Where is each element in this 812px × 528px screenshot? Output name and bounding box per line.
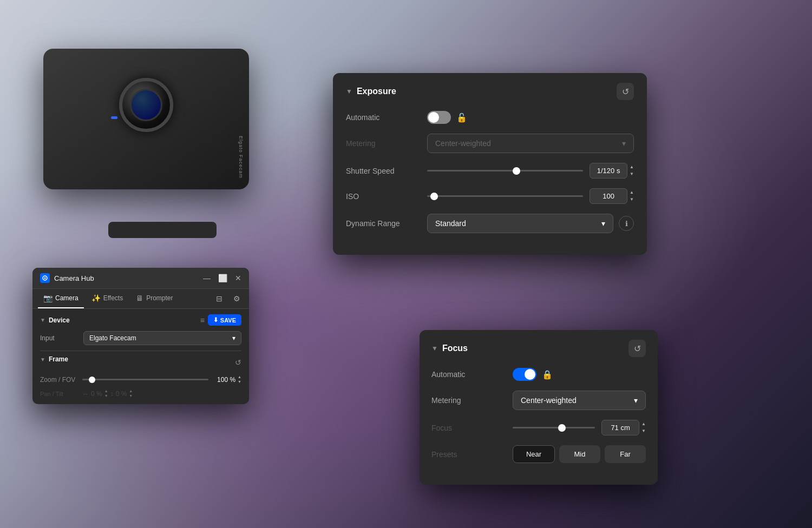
pan-increment-button[interactable]: ▲ (104, 389, 108, 393)
preset-mid-button[interactable]: Mid (559, 445, 600, 463)
iso-decrement-button[interactable]: ▼ (630, 197, 634, 202)
focus-slider-thumb[interactable] (558, 424, 566, 432)
focus-slider-wrap (513, 427, 595, 428)
tilt-decrement-button[interactable]: ▼ (129, 394, 133, 398)
pan-decrement-button[interactable]: ▼ (104, 394, 108, 398)
focus-title: ▼ Focus (431, 344, 468, 353)
focus-reset-button[interactable]: ↺ (628, 340, 646, 357)
tilt-stepper: ▲ ▼ (129, 389, 133, 399)
frame-section-actions: ↺ (235, 358, 241, 367)
focus-metering-label: Metering (431, 396, 513, 405)
exposure-automatic-row: Automatic 🔓 (346, 111, 634, 124)
automatic-toggle[interactable] (427, 111, 451, 124)
automatic-label: Automatic (346, 113, 427, 122)
camera-tab-icon: 📷 (43, 294, 53, 302)
exposure-reset-button[interactable]: ↺ (617, 83, 634, 100)
frame-section-header: ▼ Frame ↺ (40, 355, 241, 369)
tab-action-area: ⊟ ⚙ (212, 292, 244, 306)
shutter-speed-stepper: ▲ ▼ (630, 164, 634, 177)
focus-increment-button[interactable]: ▲ (641, 421, 646, 427)
lock-icon: 🔓 (456, 113, 467, 123)
iso-label: ISO (346, 192, 427, 201)
iso-value-box: 100 ▲ ▼ (590, 188, 634, 204)
prompter-tab-label: Prompter (146, 294, 173, 302)
metering-dropdown: Center-weighted ▾ (427, 134, 634, 153)
zoom-slider[interactable] (82, 379, 208, 380)
zoom-increment-button[interactable]: ▲ (238, 375, 241, 379)
maximize-button[interactable]: ⬜ (218, 274, 227, 282)
frame-section: ▼ Frame ↺ Zoom / FOV 100 % ▲ ▼ (40, 355, 241, 399)
iso-stepper: ▲ ▼ (630, 190, 634, 202)
camera-tab-label: Camera (55, 294, 78, 302)
metering-chevron-icon: ▾ (622, 139, 626, 148)
list-icon[interactable]: ≡ (200, 316, 205, 325)
exposure-panel-header: ▼ Exposure ↺ (346, 83, 634, 100)
toggle-knob (428, 112, 439, 123)
input-field-row: Input Elgato Facecam ▾ (40, 331, 241, 345)
tilt-increment-button[interactable]: ▲ (129, 389, 133, 393)
dynamic-range-dropdown[interactable]: Standard ▾ (427, 214, 613, 233)
reset-frame-icon[interactable]: ↺ (235, 358, 241, 367)
presets-row: Presets Near Mid Far (431, 445, 646, 463)
zoom-slider-thumb[interactable] (89, 377, 95, 383)
shutter-increment-button[interactable]: ▲ (630, 164, 634, 170)
focus-decrement-button[interactable]: ▼ (641, 428, 646, 434)
shutter-speed-slider[interactable] (427, 170, 583, 171)
focus-chevron-icon: ▼ (431, 345, 438, 352)
zoom-decrement-button[interactable]: ▼ (238, 380, 241, 384)
focus-automatic-toggle-wrap: 🔒 (513, 368, 553, 381)
select-chevron-icon: ▾ (232, 334, 235, 342)
info-button[interactable]: ℹ (619, 216, 634, 231)
reset-icon: ↺ (622, 87, 629, 97)
save-button[interactable]: ⬇ SAVE (208, 314, 241, 326)
window-content: ▼ Device ≡ ⬇ SAVE Input Elgato Facecam ▾ (32, 309, 249, 404)
focus-slider[interactable] (513, 427, 595, 428)
dynamic-range-row: Dynamic Range Standard ▾ ℹ (346, 214, 634, 233)
focus-reset-icon: ↺ (634, 344, 641, 354)
tab-camera[interactable]: 📷 Camera (38, 289, 84, 308)
dynamic-range-label: Dynamic Range (346, 219, 427, 228)
shutter-speed-slider-wrap (427, 170, 583, 171)
preset-far-button[interactable]: Far (605, 445, 646, 463)
zoom-label: Zoom / FOV (40, 376, 78, 384)
minimize-button[interactable]: — (203, 274, 211, 282)
device-section-title: ▼ Device (40, 316, 70, 324)
pan-controls: ↔ 0 % ▲ ▼ ↕ 0 % ▲ ▼ (82, 389, 241, 399)
tab-prompter[interactable]: 🖥 Prompter (130, 289, 178, 308)
svg-point-1 (44, 278, 46, 279)
settings-button[interactable]: ⚙ (230, 292, 244, 306)
frame-section-title: ▼ Frame (40, 355, 68, 363)
iso-slider[interactable] (427, 195, 583, 197)
iso-value: 100 (590, 188, 627, 204)
exposure-title: ▼ Exposure (346, 87, 396, 96)
iso-increment-button[interactable]: ▲ (630, 190, 634, 195)
iso-slider-thumb[interactable] (430, 193, 438, 200)
input-label: Input (40, 334, 83, 342)
device-section-actions: ≡ ⬇ SAVE (200, 314, 241, 326)
shutter-decrement-button[interactable]: ▼ (630, 171, 634, 177)
dynamic-range-chevron-icon: ▾ (601, 219, 605, 228)
focus-label: Focus (431, 424, 513, 432)
save-icon: ⬇ (213, 316, 218, 324)
focus-automatic-toggle[interactable] (513, 368, 536, 381)
focus-slider-row: Focus 71 cm ▲ ▼ (431, 420, 646, 435)
close-button[interactable]: ✕ (235, 274, 241, 282)
preset-near-button[interactable]: Near (513, 445, 555, 463)
focus-metering-dropdown[interactable]: Center-weighted ▾ (513, 391, 646, 410)
camera-hub-window: Camera Hub — ⬜ ✕ 📷 Camera ✨ Effects 🖥 Pr… (32, 268, 249, 404)
focus-automatic-label: Automatic (431, 370, 513, 379)
shutter-speed-thumb[interactable] (513, 167, 520, 175)
metering-label: Metering (346, 139, 427, 148)
focus-metering-chevron-icon: ▾ (634, 396, 638, 405)
effects-tab-label: Effects (103, 294, 123, 302)
focus-stepper: ▲ ▼ (641, 421, 646, 434)
focus-value: 71 cm (601, 420, 639, 435)
tab-effects[interactable]: ✨ Effects (86, 289, 128, 308)
input-select[interactable]: Elgato Facecam ▾ (83, 331, 241, 345)
layout-button[interactable]: ⊟ (212, 292, 226, 306)
window-title: Camera Hub (40, 273, 94, 283)
webcam-image: Elgato Facecam (27, 16, 298, 243)
divider (40, 351, 241, 351)
app-title: Camera Hub (54, 274, 94, 282)
iso-slider-wrap (427, 195, 583, 197)
